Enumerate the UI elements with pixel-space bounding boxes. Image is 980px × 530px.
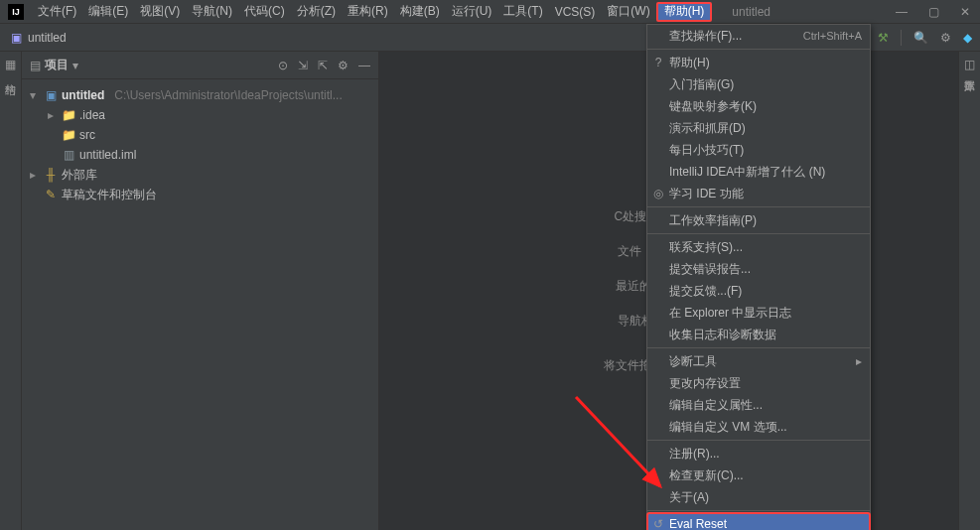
menu-item[interactable]: 视图(V) bbox=[134, 0, 186, 23]
collapse-all-icon[interactable]: ⇱ bbox=[318, 59, 328, 72]
menu-item[interactable]: 构建(B) bbox=[394, 0, 446, 23]
tree-external-libs[interactable]: ▸ ╫ 外部库 bbox=[22, 165, 378, 185]
menu-item-icon: ? bbox=[651, 56, 665, 69]
menu-item-label: 联系支持(S)... bbox=[669, 239, 862, 256]
breadcrumb-project[interactable]: untitled bbox=[28, 31, 67, 45]
menu-separator bbox=[647, 49, 870, 50]
menu-item-label: 编辑自定义 VM 选项... bbox=[669, 419, 862, 436]
tree-item-label: .idea bbox=[79, 108, 105, 122]
project-folder-icon: ▣ bbox=[8, 30, 24, 46]
help-menu-item[interactable]: 联系支持(S)... bbox=[647, 236, 870, 258]
menu-item[interactable]: 工具(T) bbox=[497, 0, 548, 23]
menu-item[interactable]: 窗口(W) bbox=[601, 0, 655, 23]
menu-item[interactable]: 导航(N) bbox=[186, 0, 238, 23]
help-menu-item[interactable]: IntelliJ IDEA中新增了什么 (N) bbox=[647, 161, 870, 183]
menu-item-shortcut: Ctrl+Shift+A bbox=[803, 30, 862, 42]
menu-item-label: 键盘映射参考(K) bbox=[669, 98, 862, 115]
help-menu-item[interactable]: ◎学习 IDE 功能 bbox=[647, 183, 870, 204]
help-menu-item[interactable]: 收集日志和诊断数据 bbox=[647, 324, 870, 345]
help-menu-item[interactable]: 注册(R)... bbox=[647, 443, 870, 464]
menu-item[interactable]: 代码(C) bbox=[238, 0, 291, 23]
minimize-button[interactable]: — bbox=[895, 5, 909, 19]
menu-item[interactable]: 编辑(E) bbox=[82, 0, 134, 23]
help-menu-item[interactable]: ↺Eval Reset bbox=[647, 513, 870, 530]
help-menu-dropdown: 查找操作(F)...Ctrl+Shift+A?帮助(H)入门指南(G)键盘映射参… bbox=[646, 24, 871, 530]
menu-item-label: 帮助(H) bbox=[669, 55, 862, 71]
help-menu-item[interactable]: 编辑自定义属性... bbox=[647, 394, 870, 416]
right-gutter[interactable]: ◫ 数据库 bbox=[958, 52, 980, 530]
help-menu-item[interactable]: 更改内存设置 bbox=[647, 372, 870, 394]
gear-icon[interactable]: ⚙ bbox=[338, 59, 349, 72]
source-folder-icon: 📁 bbox=[62, 128, 75, 142]
settings-icon[interactable]: ⚙ bbox=[940, 31, 951, 45]
menu-separator bbox=[647, 347, 870, 348]
libraries-icon: ╫ bbox=[44, 168, 58, 182]
help-menu-item[interactable]: 工作效率指南(P) bbox=[647, 209, 870, 231]
chevron-right-icon[interactable]: ▸ bbox=[48, 108, 58, 122]
help-menu-item[interactable]: 检查更新(C)... bbox=[647, 464, 870, 486]
menu-separator bbox=[647, 206, 870, 207]
tree-root[interactable]: ▾ ▣ untitled C:\Users\Administrator\Idea… bbox=[22, 85, 378, 105]
tree-item-label: 外部库 bbox=[62, 167, 97, 184]
help-menu-item[interactable]: 查找操作(F)...Ctrl+Shift+A bbox=[647, 25, 870, 47]
help-menu-item[interactable]: 入门指南(G) bbox=[647, 73, 870, 95]
help-menu-item[interactable]: 编辑自定义 VM 选项... bbox=[647, 416, 870, 438]
help-menu-item[interactable]: 键盘映射参考(K) bbox=[647, 95, 870, 117]
build-icon[interactable]: ⚒ bbox=[878, 31, 889, 45]
menu-item-label: 关于(A) bbox=[669, 489, 862, 506]
menu-item-icon: ◎ bbox=[651, 187, 665, 200]
menu-item[interactable]: 帮助(H) bbox=[656, 2, 713, 22]
menu-item-label: 在 Explorer 中显示日志 bbox=[669, 305, 862, 322]
help-menu-item[interactable]: 关于(A) bbox=[647, 486, 870, 508]
chevron-right-icon[interactable]: ▸ bbox=[30, 168, 40, 182]
tree-item-idea[interactable]: ▸ 📁 .idea bbox=[22, 105, 378, 125]
tree-item-label: 草稿文件和控制台 bbox=[62, 187, 157, 203]
menu-item-label: 检查更新(C)... bbox=[669, 467, 862, 484]
project-panel-icon: ▤ bbox=[30, 59, 41, 72]
menu-item-label: IntelliJ IDEA中新增了什么 (N) bbox=[669, 164, 862, 181]
left-gutter[interactable]: ▦ 结构 bbox=[0, 52, 22, 530]
menu-item[interactable]: 运行(U) bbox=[446, 0, 498, 23]
menu-item[interactable]: 重构(R) bbox=[342, 0, 394, 23]
scratch-icon: ✎ bbox=[44, 188, 58, 201]
structure-tab-icon[interactable]: ▦ bbox=[5, 58, 16, 71]
help-menu-item[interactable]: 提交反馈...(F) bbox=[647, 280, 870, 302]
tree-item-label: src bbox=[79, 128, 95, 142]
menu-item[interactable]: 分析(Z) bbox=[291, 0, 342, 23]
help-menu-item[interactable]: 演示和抓屏(D) bbox=[647, 117, 870, 139]
hide-panel-icon[interactable]: — bbox=[358, 59, 370, 72]
menu-item[interactable]: VCS(S) bbox=[549, 0, 602, 23]
close-button[interactable]: ✕ bbox=[958, 5, 972, 19]
tree-item-src[interactable]: 📁 src bbox=[22, 125, 378, 145]
select-opened-file-icon[interactable]: ⊙ bbox=[278, 59, 288, 72]
chevron-down-icon[interactable]: ▾ bbox=[30, 88, 40, 102]
menu-item-label: 更改内存设置 bbox=[669, 375, 862, 392]
tree-item-label: untitled.iml bbox=[79, 148, 136, 162]
menu-item-label: 收集日志和诊断数据 bbox=[669, 327, 862, 343]
menu-item-label: 入门指南(G) bbox=[669, 76, 862, 93]
tree-scratch[interactable]: ✎ 草稿文件和控制台 bbox=[22, 185, 378, 204]
menu-item-label: 学习 IDE 功能 bbox=[669, 186, 862, 202]
tree-root-path: C:\Users\Administrator\IdeaProjects\unti… bbox=[114, 88, 342, 102]
tree-item-iml[interactable]: ▥ untitled.iml bbox=[22, 145, 378, 165]
file-icon: ▥ bbox=[62, 148, 75, 162]
search-icon[interactable]: 🔍 bbox=[913, 31, 928, 45]
project-tree[interactable]: ▾ ▣ untitled C:\Users\Administrator\Idea… bbox=[22, 79, 378, 210]
brand-icon[interactable]: ◆ bbox=[963, 31, 972, 45]
help-menu-item[interactable]: 每日小技巧(T) bbox=[647, 139, 870, 161]
folder-icon: 📁 bbox=[62, 108, 75, 122]
dropdown-arrow-icon[interactable]: ▾ bbox=[72, 59, 78, 72]
help-menu-item[interactable]: ?帮助(H) bbox=[647, 52, 870, 73]
ide-logo-icon: IJ bbox=[8, 4, 24, 20]
help-menu-item[interactable]: 诊断工具▸ bbox=[647, 350, 870, 372]
help-menu-item[interactable]: 在 Explorer 中显示日志 bbox=[647, 302, 870, 324]
database-tab-icon[interactable]: ◫ bbox=[964, 58, 975, 71]
help-menu-item[interactable]: 提交错误报告... bbox=[647, 258, 870, 280]
expand-all-icon[interactable]: ⇲ bbox=[298, 59, 308, 72]
menu-item-label: 查找操作(F)... bbox=[669, 28, 803, 45]
maximize-button[interactable]: ▢ bbox=[926, 5, 940, 19]
project-panel-header: ▤ 项目 ▾ ⊙ ⇲ ⇱ ⚙ — bbox=[22, 52, 378, 79]
menu-items-container: 文件(F)编辑(E)视图(V)导航(N)代码(C)分析(Z)重构(R)构建(B)… bbox=[32, 0, 712, 23]
menu-item[interactable]: 文件(F) bbox=[32, 0, 82, 23]
project-panel-title: 项目 bbox=[45, 57, 69, 73]
